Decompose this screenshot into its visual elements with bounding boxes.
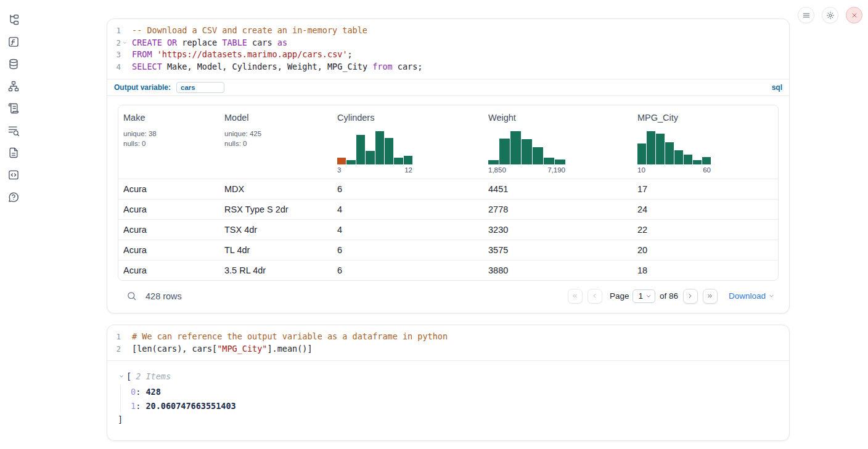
close-icon — [850, 11, 859, 20]
column-header-mpg-city[interactable]: MPG_City 1060 — [633, 105, 778, 179]
axis-min: 1,850 — [488, 166, 506, 174]
code-line: 1 -- Download a CSV and create an in-mem… — [107, 25, 789, 37]
table-cell: TSX 4dr — [219, 220, 332, 240]
table-row: Acura 3.5 RL 4dr 6 3880 18 — [118, 260, 778, 280]
data-table: Make unique: 38nulls: 0 Model unique: 42… — [118, 105, 779, 281]
table-cell: 6 — [332, 261, 483, 280]
notebook-actions — [798, 7, 862, 23]
table-cell: 20 — [633, 240, 778, 260]
table-cell: Acura — [118, 220, 219, 240]
tree-value: 428 — [145, 387, 160, 397]
hist-bar — [693, 160, 702, 164]
table-cell: 18 — [633, 261, 778, 280]
hist-bar — [702, 157, 711, 164]
hist-bar — [522, 139, 532, 164]
code-line: 1 # We can reference the output variable… — [107, 331, 789, 343]
table-cell: 6 — [332, 179, 483, 199]
table-cell: Acura — [118, 179, 219, 199]
table-cell: Acura — [118, 240, 219, 260]
sidebar — [0, 0, 27, 449]
line-number: 4 — [116, 61, 121, 73]
documentation-icon[interactable] — [7, 147, 20, 159]
hist-bar — [656, 134, 665, 164]
first-page-button[interactable] — [568, 289, 583, 304]
collapse-toggle-icon[interactable] — [118, 373, 125, 380]
sql-cell: 1 -- Download a CSV and create an in-mem… — [107, 18, 790, 313]
hist-bar — [499, 139, 510, 164]
python-code-editor[interactable]: 1 # We can reference the output variable… — [107, 325, 789, 360]
column-stat: nulls: 0 — [224, 139, 327, 149]
code-line: 4 SELECT Make, Model, Cylinders, Weight,… — [107, 61, 789, 73]
logs-icon[interactable] — [7, 124, 20, 137]
download-button[interactable]: Download — [729, 291, 775, 301]
dependency-graph-icon[interactable] — [7, 80, 20, 92]
search-button[interactable] — [126, 291, 137, 301]
shutdown-button[interactable] — [846, 7, 862, 23]
chevrons-right-icon — [706, 293, 713, 299]
axis-min: 3 — [337, 166, 341, 174]
table-cell: TL 4dr — [219, 240, 332, 260]
hist-bar — [637, 144, 646, 164]
hist-bar — [533, 147, 543, 164]
table-cell: 3.5 RL 4dr — [219, 261, 332, 280]
page-select[interactable]: 1 — [633, 289, 655, 303]
column-header-cylinders[interactable]: Cylinders 312 — [332, 105, 483, 179]
hist-bar — [356, 135, 365, 164]
table-cell: 2778 — [483, 200, 633, 219]
file-explorer-icon[interactable] — [7, 14, 20, 26]
settings-button[interactable] — [822, 7, 838, 23]
hist-bar — [346, 160, 355, 164]
search-icon — [126, 291, 137, 301]
output-variable-label: Output variable: — [114, 83, 171, 92]
datasources-icon[interactable] — [7, 58, 20, 70]
pagination: Page 1 of 86 Download — [563, 289, 775, 304]
hist-bar — [337, 158, 346, 164]
table-cell: 4 — [332, 200, 483, 219]
table-cell: 3230 — [483, 220, 633, 240]
column-header-model[interactable]: Model unique: 425nulls: 0 — [219, 105, 332, 179]
fold-toggle-icon[interactable] — [121, 39, 128, 47]
table-cell: 17 — [633, 179, 778, 199]
table-cell: 4451 — [483, 179, 633, 199]
previous-page-button[interactable] — [588, 289, 602, 304]
table-cell: Acura — [118, 200, 219, 219]
line-number: 3 — [116, 49, 121, 61]
column-header-weight[interactable]: Weight 1,8507,190 — [483, 105, 633, 179]
hist-bar — [510, 131, 521, 164]
gear-icon — [826, 11, 835, 20]
tree-entry: 0: 428 — [131, 385, 779, 399]
table-cell: MDX — [219, 179, 332, 199]
snippets-icon[interactable] — [7, 169, 20, 181]
hist-bar — [375, 131, 384, 164]
sql-code-editor[interactable]: 1 -- Download a CSV and create an in-mem… — [107, 19, 789, 79]
notebook: 1 -- Download a CSV and create an in-mem… — [107, 18, 790, 449]
tree-items-count: 2 Items — [136, 371, 171, 381]
weight-histogram: 1,8507,190 — [488, 131, 565, 174]
column-stat: unique: 425 — [224, 129, 327, 139]
table-cell: 6 — [332, 240, 483, 260]
scratchpad-icon[interactable] — [7, 102, 20, 115]
column-header-make[interactable]: Make unique: 38nulls: 0 — [118, 105, 219, 179]
tree-open-bracket: [ — [126, 371, 131, 381]
output-variable-input[interactable] — [176, 82, 224, 93]
next-page-button[interactable] — [683, 289, 698, 304]
table-footer: 428 rows Page 1 of 86 — [118, 281, 779, 313]
table-row: Acura TSX 4dr 4 3230 22 — [118, 219, 778, 240]
table-cell: 4 — [332, 220, 483, 240]
table-cell: 3575 — [483, 240, 633, 260]
row-count: 428 rows — [145, 291, 182, 301]
tree-value: 20.060747663551403 — [145, 401, 235, 411]
menu-button[interactable] — [798, 7, 814, 23]
language-badge: sql — [772, 83, 782, 92]
hist-bar — [544, 158, 554, 164]
help-icon[interactable] — [7, 191, 20, 203]
hist-bar — [385, 138, 393, 164]
page-total: of 86 — [660, 291, 678, 301]
variables-icon[interactable] — [7, 36, 20, 48]
axis-max: 60 — [703, 166, 711, 174]
hist-bar — [647, 131, 655, 164]
table-cell: 24 — [633, 200, 778, 219]
line-number: 1 — [116, 25, 121, 37]
line-number: 2 — [116, 37, 121, 49]
last-page-button[interactable] — [703, 289, 718, 304]
